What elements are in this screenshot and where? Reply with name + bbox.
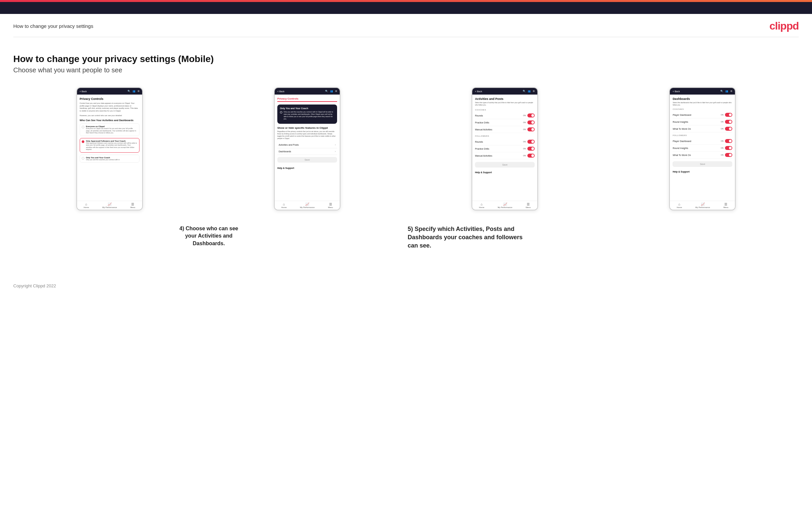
menu-icon-3: ☰	[527, 203, 530, 206]
phone-1: < Back 🔍 👥 ⚙ Privacy Controls Control ho…	[77, 87, 143, 210]
perf-label-4: My Performance	[696, 206, 710, 208]
footer-home-1[interactable]: ⌂ Home	[84, 203, 89, 208]
coaches-rounds-toggle[interactable]: ON	[523, 113, 535, 117]
privacy-tab[interactable]: Privacy Controls	[277, 97, 337, 102]
radio-approved[interactable]	[82, 140, 84, 143]
dashboards-title: Dashboards	[672, 97, 732, 101]
footer-menu-4[interactable]: ☰ Menu	[723, 203, 728, 208]
phone-3-nav-icons: 🔍 👥 ⚙	[523, 90, 535, 93]
footer-home-3[interactable]: ⌂ Home	[479, 203, 484, 208]
toggle-followers-practice[interactable]	[527, 147, 535, 151]
footer-home-2[interactable]: ⌂ Home	[281, 203, 287, 208]
people-icon-3[interactable]: 👥	[528, 90, 531, 93]
save-btn-2[interactable]: Save	[277, 157, 337, 163]
phone-1-content: Privacy Controls Control how you and you…	[77, 95, 142, 201]
performance-icon: 📈	[108, 203, 112, 206]
toggle-d-coaches-player[interactable]	[725, 113, 732, 117]
phone-4-back[interactable]: < Back	[672, 90, 680, 93]
coaches-manual-toggle[interactable]: ON	[523, 127, 535, 131]
search-icon[interactable]: 🔍	[128, 90, 131, 93]
search-icon-3[interactable]: 🔍	[523, 90, 526, 93]
activities-posts-row[interactable]: Activities and Posts ›	[277, 142, 337, 148]
footer-menu-3[interactable]: ☰ Menu	[526, 203, 531, 208]
radio-only-you[interactable]	[82, 157, 84, 160]
perf-label-1: My Performance	[102, 206, 117, 208]
followers-rounds-toggle[interactable]: ON	[523, 140, 535, 144]
people-icon[interactable]: 👥	[133, 90, 136, 93]
settings-icon-2[interactable]: ⚙	[335, 90, 337, 93]
followers-practice-on: ON	[523, 148, 526, 150]
d-followers-round-toggle[interactable]: ON	[721, 146, 732, 150]
d-coaches-player-on: ON	[721, 114, 723, 116]
d-followers-section-label: FOLLOWERS	[672, 134, 732, 136]
footer-menu-2[interactable]: ☰ Menu	[328, 203, 333, 208]
perf-label-2: My Performance	[300, 206, 314, 208]
phone-3-back[interactable]: < Back	[475, 90, 482, 93]
toggle-d-coaches-work[interactable]	[725, 127, 732, 131]
followers-manual-on: ON	[523, 155, 526, 157]
phone-3-group: < Back 🔍 👥 ⚙ Activities and Posts Select…	[409, 87, 601, 210]
d-followers-round-row: Round Insights ON	[672, 145, 732, 152]
toggle-coaches-manual[interactable]	[527, 127, 535, 131]
d-followers-player-toggle[interactable]: ON	[721, 139, 732, 143]
activities-title: Activities and Posts	[475, 97, 535, 101]
phone-1-group: < Back 🔍 👥 ⚙ Privacy Controls Control ho…	[13, 87, 206, 210]
toggle-followers-manual[interactable]	[527, 154, 535, 158]
people-icon-2[interactable]: 👥	[330, 90, 333, 93]
footer-perf-4[interactable]: 📈 My Performance	[696, 203, 710, 208]
settings-icon-3[interactable]: ⚙	[533, 90, 535, 93]
toggle-d-followers-work[interactable]	[725, 153, 732, 157]
option-approved[interactable]: Only Approved Followers and Your Coach O…	[80, 138, 140, 153]
option-only-you-desc: Only you and the coaches you connect wit…	[86, 159, 120, 161]
phone-2-nav-icons: 🔍 👥 ⚙	[325, 90, 337, 93]
people-icon-4[interactable]: 👥	[725, 90, 728, 93]
settings-icon-4[interactable]: ⚙	[730, 90, 732, 93]
home-icon: ⌂	[85, 203, 87, 206]
toggle-coaches-rounds[interactable]	[527, 113, 535, 117]
toggle-d-followers-round[interactable]	[725, 146, 732, 150]
d-followers-work-toggle[interactable]: ON	[721, 153, 732, 157]
footer-menu-1[interactable]: ☰ Menu	[130, 203, 135, 208]
toggle-d-coaches-round[interactable]	[725, 120, 732, 124]
coaches-practice-toggle[interactable]: ON	[523, 120, 535, 124]
footer-perf-1[interactable]: 📈 My Performance	[102, 203, 117, 208]
followers-rounds-label: Rounds	[475, 141, 483, 143]
toggle-d-followers-player[interactable]	[725, 139, 732, 143]
show-hide-title: Show or hide specific features in Clippd	[277, 126, 337, 129]
footer-home-4[interactable]: ⌂ Home	[677, 203, 682, 208]
radio-everyone[interactable]	[82, 126, 84, 128]
option-only-you[interactable]: Only You and Your Coach Only you and the…	[80, 155, 140, 163]
search-icon-4[interactable]: 🔍	[720, 90, 723, 93]
settings-icon[interactable]: ⚙	[138, 90, 140, 93]
menu-icon-4: ☰	[724, 203, 727, 206]
phone-4-nav-icons: 🔍 👥 ⚙	[720, 90, 732, 93]
search-icon-2[interactable]: 🔍	[325, 90, 328, 93]
toggle-coaches-practice[interactable]	[527, 120, 535, 124]
dashboards-label: Dashboards	[278, 150, 291, 153]
d-coaches-round-toggle[interactable]: ON	[721, 120, 732, 124]
d-coaches-player-toggle[interactable]: ON	[721, 113, 732, 117]
modal-title: Only You and Your Coach	[280, 107, 335, 110]
breadcrumb: How to change your privacy settings	[13, 23, 93, 29]
option-everyone[interactable]: Everyone on Clippd Everyone on Clippd ca…	[80, 123, 140, 136]
phone-2-back[interactable]: < Back	[277, 90, 285, 93]
home-label-4: Home	[677, 206, 682, 208]
coaches-practice-on: ON	[523, 121, 526, 123]
save-btn-3[interactable]: Save	[475, 162, 535, 168]
toggle-followers-rounds[interactable]	[527, 140, 535, 144]
performance-icon-2: 📈	[305, 203, 309, 206]
save-btn-4[interactable]: Save	[672, 161, 732, 167]
dashboards-row[interactable]: Dashboards ›	[277, 148, 337, 155]
footer-perf-2[interactable]: 📈 My Performance	[300, 203, 314, 208]
followers-manual-row: Manual Activities ON	[475, 152, 535, 159]
phone-3-content: Activities and Posts Select the types of…	[472, 95, 537, 201]
caption-right-wrap: 5) Specify which Activities, Posts and D…	[405, 218, 799, 250]
d-coaches-work-toggle[interactable]: ON	[721, 127, 732, 131]
phone-1-back[interactable]: < Back	[80, 90, 87, 93]
coaches-practice-label: Practice Drills	[475, 121, 489, 124]
coaches-rounds-row: Rounds ON	[475, 112, 535, 119]
followers-manual-toggle[interactable]: ON	[523, 154, 535, 158]
followers-practice-toggle[interactable]: ON	[523, 147, 535, 151]
followers-rounds-on: ON	[523, 141, 526, 143]
footer-perf-3[interactable]: 📈 My Performance	[498, 203, 512, 208]
